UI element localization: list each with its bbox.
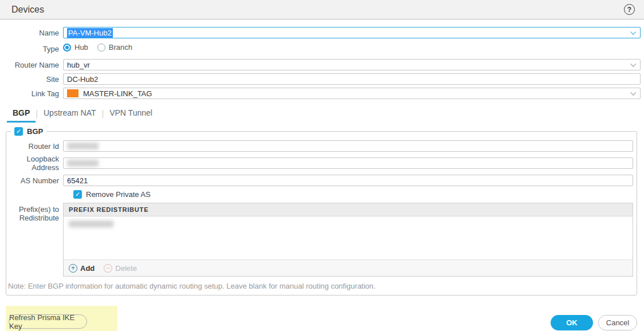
link-tag-color-swatch — [67, 89, 78, 97]
router-name-value: hub_vr — [67, 61, 90, 69]
loopback-row: Loopback Address — [6, 155, 633, 172]
dialog-footer: Refresh Prisma IKE Key OK Cancel — [0, 295, 641, 331]
link-tag-label: Link Tag — [0, 89, 63, 98]
tab-upstream-nat[interactable]: Upstream NAT — [38, 108, 102, 123]
help-icon[interactable]: ? — [624, 4, 635, 15]
add-button-label: Add — [80, 264, 95, 273]
prefix-redistribute-label: Prefix(es) to Redistribute — [6, 203, 63, 222]
delete-button-label: Delete — [115, 264, 137, 273]
chevron-down-icon — [630, 90, 636, 96]
name-label: Name — [0, 29, 63, 37]
site-row: Site DC-Hub2 — [0, 73, 641, 85]
add-button[interactable]: + Add — [69, 264, 95, 273]
cancel-button[interactable]: Cancel — [598, 315, 637, 330]
link-tag-value: MASTER-LINK_TAG — [83, 89, 152, 98]
type-row: Type Hub Branch — [0, 41, 641, 56]
router-id-row: Router Id — [6, 140, 633, 152]
tab-vpn-tunnel[interactable]: VPN Tunnel — [104, 108, 158, 123]
plus-circle-icon: + — [69, 264, 77, 273]
bgp-section-label: BGP — [27, 127, 43, 136]
table-column-header: PREFIX REDISTRIBUTE — [64, 203, 633, 216]
as-number-input[interactable]: 65421 — [63, 175, 633, 186]
router-name-row: Router Name hub_vr — [0, 59, 641, 70]
table-row[interactable] — [64, 216, 633, 231]
prefix-redistribute-row: Prefix(es) to Redistribute PREFIX REDIST… — [6, 203, 633, 277]
site-label: Site — [0, 75, 63, 84]
as-number-label: AS Number — [6, 176, 63, 185]
router-id-input[interactable] — [63, 140, 633, 152]
type-radio-group: Hub Branch — [63, 42, 641, 52]
tab-bar: BGP | Upstream NAT | VPN Tunnel — [7, 108, 641, 123]
loopback-label: Loopback Address — [6, 155, 63, 172]
router-name-label: Router Name — [0, 61, 63, 69]
tab-bgp[interactable]: BGP — [7, 108, 36, 123]
bgp-section: ✓ BGP Router Id Loopback Address — [6, 127, 637, 295]
redacted-value — [67, 143, 99, 149]
name-value: PA-VM-Hub2 — [67, 28, 113, 38]
bgp-note: Note: Enter BGP information for automati… — [8, 282, 633, 290]
redacted-value — [69, 220, 113, 227]
page-title: Devices — [11, 5, 624, 15]
radio-branch[interactable]: Branch — [97, 43, 132, 52]
site-value: DC-Hub2 — [67, 75, 98, 84]
checkbox-checked-icon: ✓ — [14, 127, 23, 136]
table-footer: + Add − Delete — [64, 259, 633, 276]
ok-button[interactable]: OK — [551, 315, 593, 330]
as-number-value: 65421 — [67, 176, 88, 185]
dialog-header: Devices ? — [0, 0, 644, 19]
redacted-value — [67, 160, 99, 167]
radio-selected-icon — [63, 44, 71, 52]
minus-circle-icon: − — [104, 264, 112, 273]
table-body — [64, 216, 633, 259]
delete-button[interactable]: − Delete — [104, 264, 137, 273]
site-input[interactable]: DC-Hub2 — [63, 73, 641, 85]
type-label: Type — [0, 45, 63, 53]
as-number-row: AS Number 65421 — [6, 175, 633, 186]
chevron-down-icon — [630, 61, 636, 67]
prefix-redistribute-table: PREFIX REDISTRIBUTE + Add — [63, 203, 633, 277]
radio-unselected-icon — [97, 44, 105, 52]
checkbox-checked-icon: ✓ — [73, 190, 82, 199]
radio-branch-label: Branch — [109, 43, 132, 52]
devices-dialog: Devices ? Name PA-VM-Hub2 Type Hub — [0, 0, 644, 331]
link-tag-row: Link Tag MASTER-LINK_TAG — [0, 88, 641, 99]
bgp-enable-checkbox[interactable]: ✓ BGP — [14, 127, 43, 136]
remove-private-as-label: Remove Private AS — [86, 190, 151, 199]
router-name-input[interactable]: hub_vr — [63, 59, 641, 70]
name-row: Name PA-VM-Hub2 — [0, 27, 641, 38]
dialog-body: Name PA-VM-Hub2 Type Hub B — [0, 19, 644, 331]
refresh-prisma-ike-key-button[interactable]: Refresh Prisma IKE Key — [9, 314, 87, 329]
remove-private-as-checkbox[interactable]: ✓ Remove Private AS — [73, 190, 633, 199]
loopback-input[interactable] — [63, 157, 633, 169]
radio-hub[interactable]: Hub — [63, 43, 88, 52]
name-input[interactable]: PA-VM-Hub2 — [63, 27, 641, 38]
radio-hub-label: Hub — [74, 43, 88, 52]
chevron-down-icon — [630, 29, 636, 35]
link-tag-input[interactable]: MASTER-LINK_TAG — [63, 88, 641, 99]
router-id-label: Router Id — [6, 142, 63, 151]
